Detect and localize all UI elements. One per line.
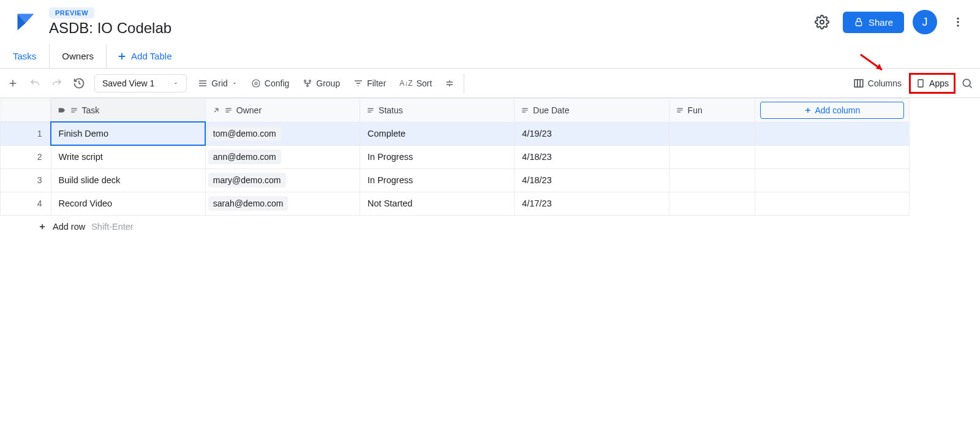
svg-point-9 (307, 85, 309, 86)
table-row[interactable]: 2 Write script ann@demo.com In Progress … (1, 145, 910, 168)
cell-status[interactable]: Complete (360, 122, 514, 145)
svg-point-7 (304, 80, 306, 81)
settings-button[interactable] (810, 10, 834, 34)
share-button[interactable]: Share (843, 12, 904, 33)
cell-status[interactable]: In Progress (360, 145, 514, 168)
search-button[interactable] (957, 73, 978, 94)
cell-owner[interactable]: mary@demo.com (205, 168, 360, 192)
title-block: PREVIEW ASDB: IO Codelab (49, 7, 810, 37)
add-column-button[interactable]: Add column (760, 102, 904, 119)
apps-button[interactable]: Apps (909, 73, 956, 94)
column-header-add: Add column (755, 99, 909, 123)
sort-button[interactable]: A↓Z Sort (393, 75, 438, 92)
text-icon (366, 106, 375, 115)
apps-label: Apps (929, 78, 949, 88)
cell-owner[interactable]: tom@demo.com (205, 122, 360, 145)
svg-point-0 (820, 20, 824, 24)
data-table: Task Owner Status Due Date (0, 98, 980, 216)
cell-due[interactable]: 4/18/23 (514, 168, 669, 192)
page-title[interactable]: ASDB: IO Codelab (49, 20, 810, 37)
cell-empty[interactable] (755, 122, 909, 145)
label-icon (58, 106, 66, 115)
filter-button[interactable]: Filter (347, 75, 392, 92)
more-menu-button[interactable] (946, 10, 970, 34)
grid-view-button[interactable]: Grid (192, 75, 243, 92)
column-header-owner[interactable]: Owner (205, 99, 360, 123)
cell-task[interactable]: Record Video (51, 192, 205, 215)
svg-point-8 (309, 80, 311, 81)
cell-empty[interactable] (755, 192, 909, 215)
table-row[interactable]: 3 Build slide deck mary@demo.com In Prog… (1, 168, 910, 192)
add-table-label: Add Table (131, 51, 172, 61)
tabs-row: Tasks Owners Add Table (0, 44, 980, 69)
svg-point-5 (255, 82, 257, 85)
row-number: 4 (1, 192, 51, 215)
cell-fun[interactable] (669, 192, 755, 215)
sort-az-icon: A↓Z (399, 79, 412, 88)
row-number: 3 (1, 168, 51, 192)
row-number-header (1, 99, 51, 122)
table-row[interactable]: 1 Finish Demo tom@demo.com Complete 4/19… (1, 122, 910, 145)
columns-button[interactable]: Columns (847, 74, 908, 93)
column-header-task[interactable]: Task (51, 99, 205, 123)
add-row-button[interactable]: Add row Shift-Enter (0, 216, 980, 238)
tab-tasks[interactable]: Tasks (0, 44, 49, 68)
group-button[interactable]: Group (296, 75, 346, 92)
svg-rect-10 (854, 80, 863, 87)
preview-badge: PREVIEW (49, 7, 94, 18)
cell-empty[interactable] (755, 168, 909, 192)
text-icon (676, 106, 684, 115)
undo-button[interactable] (24, 73, 45, 94)
toolbar: Saved View 1 Grid Config Group Filter A↓… (0, 69, 980, 98)
add-table-button[interactable]: Add Table (107, 51, 181, 62)
cell-fun[interactable] (669, 122, 755, 145)
app-logo (15, 11, 37, 33)
column-header-fun[interactable]: Fun (669, 99, 755, 123)
chevron-down-icon (173, 80, 179, 86)
filter-label: Filter (367, 78, 386, 88)
cell-task[interactable]: Build slide deck (51, 168, 205, 192)
cell-task[interactable]: Finish Demo (51, 122, 205, 145)
column-header-due-date[interactable]: Due Date (514, 99, 669, 123)
sort-label: Sort (417, 78, 432, 88)
redo-button[interactable] (47, 73, 67, 94)
cell-due[interactable]: 4/19/23 (514, 122, 669, 145)
table-row[interactable]: 4 Record Video sarah@demo.com Not Starte… (1, 192, 910, 215)
add-row-hint: Shift-Enter (91, 222, 134, 232)
plus-icon (38, 222, 47, 231)
app-header: PREVIEW ASDB: IO Codelab Share J (0, 0, 980, 44)
text-icon (70, 106, 78, 115)
row-height-button[interactable] (439, 73, 460, 94)
tab-owners[interactable]: Owners (49, 44, 107, 68)
cell-status[interactable]: Not Started (360, 192, 514, 215)
cell-status[interactable]: In Progress (360, 168, 514, 192)
history-button[interactable] (69, 73, 89, 94)
svg-point-6 (252, 80, 260, 87)
config-button[interactable]: Config (245, 75, 295, 92)
grid-label: Grid (211, 78, 227, 88)
config-label: Config (265, 78, 289, 88)
svg-point-4 (957, 25, 959, 26)
cell-fun[interactable] (669, 145, 755, 168)
svg-rect-11 (918, 80, 923, 87)
svg-point-12 (963, 79, 970, 86)
cell-task[interactable]: Write script (51, 145, 205, 168)
svg-point-2 (957, 18, 959, 20)
group-label: Group (316, 78, 340, 88)
cell-due[interactable]: 4/18/23 (514, 145, 669, 168)
saved-view-label: Saved View 1 (102, 78, 154, 88)
add-row-label: Add row (53, 222, 85, 232)
saved-view-select[interactable]: Saved View 1 (94, 74, 187, 93)
user-avatar[interactable]: J (913, 10, 937, 34)
cell-fun[interactable] (669, 168, 755, 192)
text-icon (224, 106, 233, 115)
share-label: Share (869, 17, 893, 28)
cell-owner[interactable]: ann@demo.com (205, 145, 360, 168)
cell-due[interactable]: 4/17/23 (514, 192, 669, 215)
ref-arrow-icon (212, 106, 221, 115)
cell-owner[interactable]: sarah@demo.com (205, 192, 360, 215)
columns-label: Columns (868, 78, 902, 88)
add-button[interactable] (2, 73, 23, 94)
column-header-status[interactable]: Status (360, 99, 514, 123)
cell-empty[interactable] (755, 145, 909, 168)
